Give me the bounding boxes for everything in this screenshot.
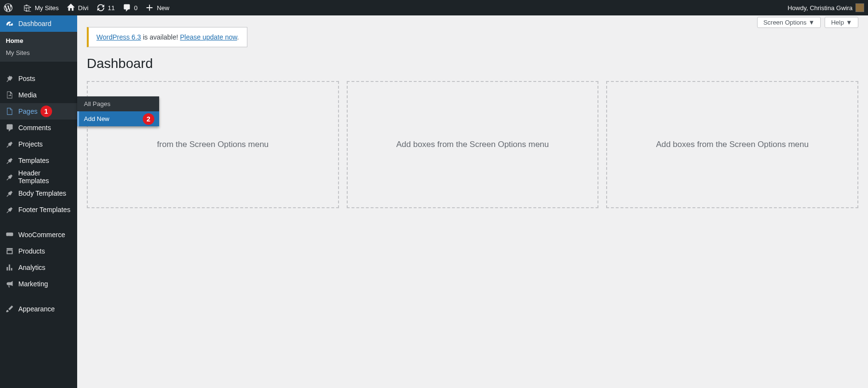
notice-update-link[interactable]: Please update now bbox=[180, 33, 237, 41]
adminbar-updates[interactable]: 11 bbox=[93, 0, 119, 15]
menu-appearance-label: Appearance bbox=[18, 305, 55, 313]
flyout-add-new-label: Add New bbox=[84, 115, 109, 122]
adminbar-account[interactable]: Howdy, Christina Gwira bbox=[784, 0, 868, 15]
submenu-home-label: Home bbox=[6, 37, 23, 44]
menu-comments[interactable]: Comments bbox=[0, 120, 77, 136]
adminbar-site-name-label: Divi bbox=[78, 4, 89, 12]
analytics-icon bbox=[5, 263, 14, 272]
flyout-all-pages-label: All Pages bbox=[84, 100, 110, 107]
dashboard-icon bbox=[5, 19, 14, 28]
menu-header-templates[interactable]: Header Templates bbox=[0, 169, 77, 185]
notice-version-link[interactable]: WordPress 6.3 bbox=[96, 33, 141, 41]
menu-analytics[interactable]: Analytics bbox=[0, 259, 77, 276]
network-icon bbox=[23, 3, 32, 12]
pin-icon bbox=[5, 189, 14, 198]
flyout-all-pages[interactable]: All Pages bbox=[77, 96, 159, 111]
update-notice: WordPress 6.3 is available! Please updat… bbox=[87, 27, 247, 47]
page-title: Dashboard bbox=[87, 56, 858, 71]
adminbar-new[interactable]: New bbox=[141, 0, 173, 15]
adminbar-updates-count: 11 bbox=[108, 4, 115, 12]
submenu-my-sites-label: My Sites bbox=[6, 49, 30, 56]
avatar bbox=[855, 3, 864, 12]
menu-pages[interactable]: Pages 1 bbox=[0, 103, 77, 120]
adminbar-comments-count: 0 bbox=[134, 4, 137, 12]
brush-icon bbox=[5, 305, 14, 313]
widget-placeholder-text: from the Screen Options menu bbox=[157, 140, 269, 149]
menu-dashboard-label: Dashboard bbox=[18, 20, 52, 27]
annotation-badge-2: 2 bbox=[143, 113, 154, 125]
admin-bar: My Sites Divi 11 0 New Howdy, Christina … bbox=[0, 0, 868, 15]
adminbar-comments[interactable]: 0 bbox=[119, 0, 141, 15]
media-icon bbox=[5, 91, 14, 99]
menu-dashboard[interactable]: Dashboard bbox=[0, 15, 77, 32]
menu-projects-label: Projects bbox=[18, 140, 43, 148]
menu-media[interactable]: Media bbox=[0, 87, 77, 103]
wp-logo[interactable] bbox=[0, 0, 19, 15]
menu-marketing-label: Marketing bbox=[18, 280, 48, 288]
pin-icon bbox=[5, 140, 14, 148]
widget-placeholder-text: Add boxes from the Screen Options menu bbox=[396, 140, 549, 149]
menu-projects[interactable]: Projects bbox=[0, 136, 77, 152]
update-icon bbox=[96, 3, 105, 12]
svg-rect-0 bbox=[6, 233, 13, 236]
menu-appearance[interactable]: Appearance bbox=[0, 301, 77, 317]
products-icon bbox=[5, 247, 14, 255]
menu-woocommerce[interactable]: WooCommerce bbox=[0, 227, 77, 243]
menu-header-templates-label: Header Templates bbox=[18, 169, 72, 185]
widget-column-3: Add boxes from the Screen Options menu bbox=[606, 81, 858, 208]
menu-posts-label: Posts bbox=[18, 75, 35, 82]
plus-icon bbox=[145, 3, 154, 12]
menu-marketing[interactable]: Marketing bbox=[0, 276, 77, 292]
menu-analytics-label: Analytics bbox=[18, 264, 45, 271]
menu-templates-label: Templates bbox=[18, 157, 49, 164]
help-button[interactable]: Help ▼ bbox=[825, 17, 858, 28]
dashboard-widgets: from the Screen Options menu Add boxes f… bbox=[87, 81, 858, 208]
screen-meta-links: Screen Options ▼ Help ▼ bbox=[757, 17, 858, 28]
help-label: Help bbox=[831, 19, 844, 26]
widget-column-2: Add boxes from the Screen Options menu bbox=[347, 81, 599, 208]
caret-down-icon: ▼ bbox=[809, 19, 815, 26]
menu-products[interactable]: Products bbox=[0, 243, 77, 259]
notice-text-end: . bbox=[237, 33, 239, 41]
menu-body-templates-label: Body Templates bbox=[18, 189, 66, 197]
menu-posts[interactable]: Posts bbox=[0, 70, 77, 87]
pin-icon bbox=[5, 205, 14, 214]
menu-pages-label: Pages bbox=[18, 107, 38, 115]
megaphone-icon bbox=[5, 280, 14, 288]
comment-icon bbox=[122, 3, 131, 12]
menu-templates[interactable]: Templates bbox=[0, 152, 77, 169]
home-icon bbox=[67, 3, 75, 12]
page-icon bbox=[5, 107, 14, 116]
wordpress-icon bbox=[4, 3, 13, 12]
annotation-badge-1: 1 bbox=[41, 106, 52, 117]
adminbar-site-name[interactable]: Divi bbox=[63, 0, 93, 15]
woocommerce-icon bbox=[5, 230, 14, 239]
screen-options-button[interactable]: Screen Options ▼ bbox=[757, 17, 821, 28]
menu-media-label: Media bbox=[18, 91, 37, 99]
adminbar-howdy: Howdy, Christina Gwira bbox=[787, 4, 853, 12]
content-area: Screen Options ▼ Help ▼ WordPress 6.3 is… bbox=[77, 15, 868, 388]
adminbar-new-label: New bbox=[157, 4, 169, 12]
admin-sidebar: Dashboard Home My Sites Posts Media Page… bbox=[0, 15, 77, 388]
comments-icon bbox=[5, 123, 14, 132]
menu-products-label: Products bbox=[18, 247, 45, 255]
pin-icon bbox=[5, 156, 14, 165]
menu-footer-templates[interactable]: Footer Templates bbox=[0, 201, 77, 218]
adminbar-my-sites-label: My Sites bbox=[35, 4, 59, 12]
caret-down-icon: ▼ bbox=[846, 19, 852, 26]
pin-icon bbox=[5, 173, 14, 181]
widget-placeholder-text: Add boxes from the Screen Options menu bbox=[656, 140, 809, 149]
pin-icon bbox=[5, 74, 14, 83]
submenu-dashboard: Home My Sites bbox=[0, 32, 77, 62]
screen-options-label: Screen Options bbox=[763, 19, 807, 26]
pages-flyout: All Pages Add New 2 bbox=[77, 96, 159, 126]
menu-comments-label: Comments bbox=[18, 124, 51, 132]
notice-text-mid: is available! bbox=[141, 33, 180, 41]
flyout-add-new[interactable]: Add New 2 bbox=[77, 111, 159, 126]
menu-body-templates[interactable]: Body Templates bbox=[0, 185, 77, 201]
submenu-home[interactable]: Home bbox=[0, 35, 77, 47]
adminbar-my-sites[interactable]: My Sites bbox=[19, 0, 63, 15]
submenu-my-sites[interactable]: My Sites bbox=[0, 47, 77, 59]
menu-footer-templates-label: Footer Templates bbox=[18, 206, 70, 214]
menu-woocommerce-label: WooCommerce bbox=[18, 231, 65, 239]
